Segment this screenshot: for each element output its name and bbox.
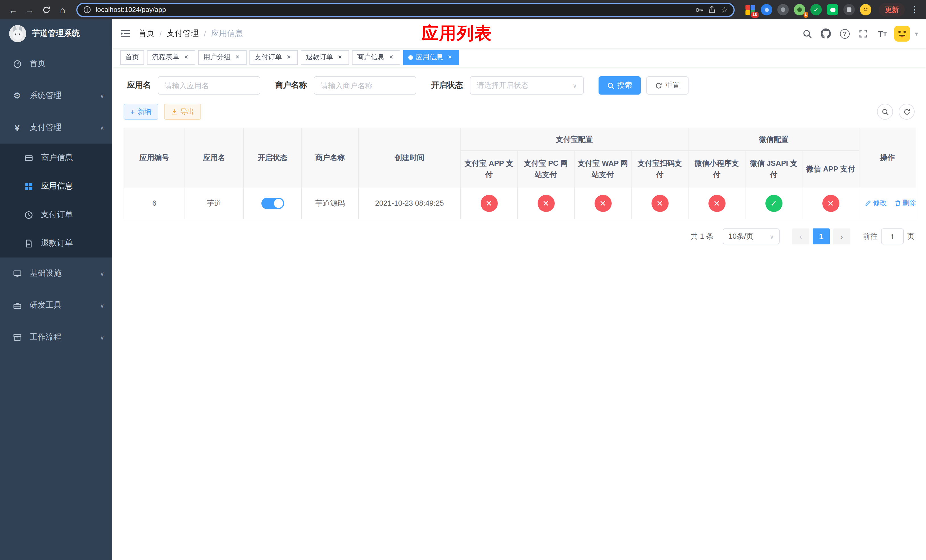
sidebar-item-label: 基础设施 <box>30 268 62 278</box>
tab-label: 用户分组 <box>203 52 231 62</box>
breadcrumb-separator: / <box>159 29 162 38</box>
alipay-app-status-icon: ✕ <box>480 195 498 212</box>
reset-button-label: 重置 <box>665 80 680 91</box>
url-text: localhost:1024/pay/app <box>96 6 690 14</box>
font-size-icon[interactable]: TT <box>875 26 890 41</box>
export-button[interactable]: 导出 <box>164 104 201 120</box>
tab-pay-order[interactable]: 支付订单× <box>250 50 298 65</box>
site-info-icon[interactable] <box>83 6 91 14</box>
tab-user-group[interactable]: 用户分组× <box>198 50 247 65</box>
order-icon <box>23 210 34 219</box>
extension-puzzle-icon[interactable] <box>843 4 855 15</box>
app-shell: 芋道管理系统 首页 ⚙ 系统管理 ∨ ¥ 支付管理 ∧ <box>0 20 926 560</box>
browser-menu-icon[interactable]: ⋮ <box>909 5 920 15</box>
user-avatar[interactable] <box>894 25 911 42</box>
toggle-search-button[interactable] <box>877 104 893 120</box>
tab-process-form[interactable]: 流程表单× <box>147 50 195 65</box>
status-select[interactable]: 请选择开启状态 ∨ <box>470 76 584 95</box>
merchant-name-input[interactable] <box>321 81 410 90</box>
reset-button[interactable]: 重置 <box>646 76 688 95</box>
extension-check-icon[interactable]: ✓ <box>810 4 822 15</box>
page-number-button[interactable]: 1 <box>813 229 830 244</box>
edit-button-label: 修改 <box>873 198 887 208</box>
sidebar-item-label: 退款订单 <box>41 238 73 248</box>
sidebar-item-label: 商户信息 <box>41 153 73 163</box>
fullscreen-icon[interactable] <box>856 26 871 41</box>
sidebar-item-payment[interactable]: ¥ 支付管理 ∧ <box>0 112 112 144</box>
tab-close-icon[interactable]: × <box>387 53 395 61</box>
sidebar-item-merchant-info[interactable]: 商户信息 <box>0 144 112 172</box>
search-button[interactable]: 搜索 <box>599 76 641 95</box>
tab-close-icon[interactable]: × <box>285 53 293 61</box>
tab-merchant-info[interactable]: 商户信息× <box>352 50 400 65</box>
browser-back-button[interactable]: ← <box>6 2 21 17</box>
sidebar-item-workflow[interactable]: 工作流程 ∨ <box>0 321 112 353</box>
yen-icon: ¥ <box>11 123 23 132</box>
avatar-dropdown-caret-icon[interactable]: ▾ <box>915 30 918 37</box>
sidebar-item-system[interactable]: ⚙ 系统管理 ∨ <box>0 80 112 112</box>
extension-badge: 1 <box>803 12 808 18</box>
sidebar-item-pay-order[interactable]: 支付订单 <box>0 201 112 229</box>
browser-home-button[interactable]: ⌂ <box>55 2 70 17</box>
page-size-select[interactable]: 10条/页 ∨ <box>723 229 780 244</box>
tab-label: 首页 <box>125 52 139 62</box>
browser-forward-button[interactable]: → <box>22 2 37 17</box>
tab-close-icon[interactable]: × <box>446 53 454 61</box>
group-header-alipay: 支付宝配置 <box>460 128 688 151</box>
status-toggle[interactable] <box>261 197 284 209</box>
alipay-qr-status-icon: ✕ <box>651 195 668 212</box>
tab-close-icon[interactable]: × <box>182 53 190 61</box>
profile-avatar-icon[interactable]: 1 <box>794 4 805 15</box>
tab-app-info[interactable]: 应用信息× <box>403 50 459 65</box>
column-header: 微信 JSAPI 支付 <box>745 151 802 187</box>
prev-page-button[interactable]: ‹ <box>792 229 809 244</box>
refresh-button[interactable] <box>899 104 915 120</box>
help-icon[interactable]: ? <box>837 26 852 41</box>
browser-reload-button[interactable] <box>39 2 53 17</box>
add-button[interactable]: + 新增 <box>124 104 158 120</box>
sidebar-item-app-info[interactable]: 应用信息 <box>0 172 112 201</box>
sidebar-item-label: 支付管理 <box>30 123 62 133</box>
delete-button[interactable]: 删除 <box>894 198 916 208</box>
share-icon[interactable] <box>708 6 716 14</box>
app-name-input[interactable] <box>165 81 253 90</box>
bookmark-star-icon[interactable]: ☆ <box>721 5 728 14</box>
tab-refund-order[interactable]: 退款订单× <box>301 50 349 65</box>
tab-close-icon[interactable]: × <box>336 53 344 61</box>
plus-icon: + <box>130 107 135 116</box>
sidebar-item-dev-tools[interactable]: 研发工具 ∨ <box>0 289 112 321</box>
app-title: 芋道管理系统 <box>32 29 80 39</box>
grid-icon <box>23 182 34 191</box>
github-icon[interactable] <box>819 26 834 41</box>
breadcrumb-item-home[interactable]: 首页 <box>138 29 154 39</box>
sidebar-item-label: 工作流程 <box>30 332 62 342</box>
breadcrumb-item-payment[interactable]: 支付管理 <box>167 29 199 39</box>
app-logo-row[interactable]: 芋道管理系统 <box>0 20 112 48</box>
next-page-button[interactable]: › <box>833 229 850 244</box>
password-key-icon[interactable] <box>695 5 704 14</box>
browser-update-button[interactable]: 更新 <box>879 3 905 17</box>
tab-close-icon[interactable]: × <box>233 53 242 61</box>
extensions-cluster: 10 1 ✓ <box>744 4 872 15</box>
sidebar-fold-icon[interactable] <box>112 20 138 48</box>
page-size-value: 10条/页 <box>728 231 754 242</box>
sidebar-item-home[interactable]: 首页 <box>0 48 112 80</box>
pagination: 共 1 条 10条/页 ∨ ‹ 1 › 前往 页 <box>124 229 915 244</box>
goto-page-input[interactable] <box>881 229 904 244</box>
sidebar-item-infrastructure[interactable]: 基础设施 ∨ <box>0 257 112 289</box>
extension-badge: 10 <box>751 12 758 18</box>
top-navbar: 首页 / 支付管理 / 应用信息 应用列表 ? <box>112 20 926 48</box>
extension-chat-icon[interactable] <box>827 4 838 15</box>
extension-grid-icon[interactable]: 10 <box>744 4 756 15</box>
merchant-name-field <box>314 76 416 95</box>
alipay-pc-status-icon: ✕ <box>537 195 554 212</box>
extension-drop-icon[interactable] <box>761 4 772 15</box>
edit-button[interactable]: 修改 <box>865 198 887 208</box>
extension-dark-icon[interactable] <box>777 4 789 15</box>
tab-home[interactable]: 首页 <box>120 50 144 65</box>
extension-emoji-icon[interactable] <box>860 4 872 15</box>
search-icon[interactable] <box>800 26 815 41</box>
sidebar-item-refund-order[interactable]: 退款订单 <box>0 229 112 257</box>
screen: ← → ⌂ localhost:1024/pay/app ☆ 10 <box>0 0 926 560</box>
address-bar[interactable]: localhost:1024/pay/app ☆ <box>76 3 735 17</box>
